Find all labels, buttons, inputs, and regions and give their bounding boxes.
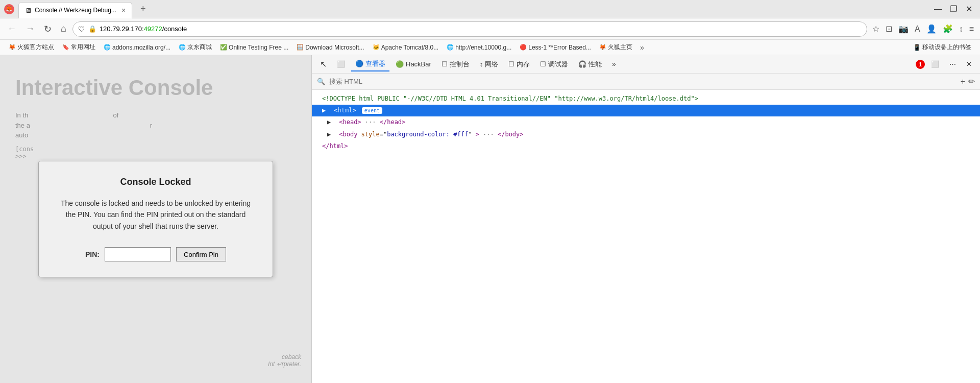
head-element-line[interactable]: ▶ <head> ··· </head> — [312, 116, 980, 128]
inspector-tab-icon: 🔵 — [355, 60, 363, 67]
tab-icon: 🖥 — [25, 7, 32, 14]
address-bar[interactable]: 🛡 🔒 120.79.29.170:49272/console — [72, 21, 867, 37]
bookmark-enet[interactable]: 🌐 http://enet.10000.g... — [443, 43, 515, 52]
bookmark-icon: 🌐 — [447, 44, 454, 51]
restore-button[interactable]: ❐ — [946, 2, 961, 16]
bookmark-mobile[interactable]: 📱 移动设备上的书签 — [910, 42, 975, 53]
devtools-memory-tab[interactable]: ☐ 内存 — [504, 58, 534, 71]
devtools-close-btn[interactable]: ✕ — [962, 58, 976, 70]
browser-logo-icon: 🦊 — [4, 4, 14, 14]
title-bar: 🦊 🖥 Console // Werkzeug Debug... × + — ❐… — [0, 0, 980, 18]
console-tab-icon: ☐ — [442, 60, 448, 68]
address-text: 120.79.29.170:49272/console — [100, 25, 862, 33]
bookmark-jd[interactable]: 🌐 京东商城 — [175, 42, 215, 53]
console-tab-label: 控制台 — [450, 60, 470, 69]
refresh-button[interactable]: ↻ — [41, 21, 55, 37]
devtools-more-tabs-btn[interactable]: » — [608, 58, 620, 70]
devtools-panel: ↖ ⬜ 🔵 查看器 🟢 HackBar ☐ 控制台 ↕ — [311, 55, 980, 383]
html-expand-arrow[interactable]: ▶ — [322, 106, 328, 115]
forward-button[interactable]: → — [22, 21, 38, 36]
html-event-badge: event — [362, 107, 382, 114]
html-element-line[interactable]: ▶ <html> event — [312, 105, 980, 116]
address-path: /console — [162, 25, 187, 33]
back-button[interactable]: ← — [4, 21, 19, 36]
bookmark-addons[interactable]: 🌐 addons.mozilla.org/... — [100, 43, 174, 52]
devtools-html-tree: <!DOCTYPE html PUBLIC "-//W3C//DTD HTML … — [312, 90, 980, 383]
tab-title: Console // Werkzeug Debug... — [35, 7, 116, 14]
screenshot-icon[interactable]: 📷 — [896, 22, 911, 36]
bookmark-label: Apache Tomcat/8.0... — [381, 44, 439, 51]
mobile-icon: 📱 — [913, 44, 921, 51]
devtools-debugger-tab[interactable]: ☐ 调试器 — [536, 58, 572, 71]
bookmarks-icon[interactable]: ☆ — [870, 22, 881, 36]
devtools-console-tab[interactable]: ☐ 控制台 — [437, 58, 474, 71]
bookmark-label: 移动设备上的书签 — [922, 43, 971, 52]
bookmark-icon: 🔖 — [62, 44, 69, 51]
modal-pin-row: PIN: Confirm Pin — [59, 247, 252, 261]
bookmark-tomcat[interactable]: 🐱 Apache Tomcat/8.0... — [369, 43, 443, 52]
html-close-line: </html> — [312, 140, 980, 152]
pin-input[interactable] — [105, 247, 171, 261]
sync-icon[interactable]: ↕ — [957, 22, 965, 36]
sidepanel-icon[interactable]: ⊡ — [884, 22, 894, 36]
debugger-tab-label: 调试器 — [548, 60, 568, 69]
devtools-network-tab[interactable]: ↕ 网络 — [476, 58, 503, 71]
bookmark-icon: 🐱 — [373, 44, 380, 51]
bookmark-microsoft[interactable]: 🪟 Download Microsoft... — [293, 43, 368, 52]
devtools-hackbar-tab[interactable]: 🟢 HackBar — [391, 58, 435, 70]
bookmark-foxofficial[interactable]: 🦊 火狐官方站点 — [5, 42, 58, 53]
bookmark-label: Online Testing Free ... — [229, 44, 288, 51]
bookmark-foxhome[interactable]: 🦊 火狐主页 — [596, 42, 636, 53]
new-tab-button[interactable]: + — [140, 4, 146, 14]
bookmark-icon: 🦊 — [599, 44, 606, 51]
responsive-icon: ⬜ — [337, 60, 345, 68]
body-element-line[interactable]: ▶ <body style="background-color: #fff" >… — [312, 129, 980, 140]
confirm-pin-button[interactable]: Confirm Pin — [176, 247, 226, 261]
navigation-bar: ← → ↻ ⌂ 🛡 🔒 120.79.29.170:49272/console … — [0, 18, 980, 40]
body-expand-arrow[interactable]: ▶ — [327, 130, 333, 139]
hackbar-icon: 🟢 — [396, 60, 404, 68]
memory-tab-label: 内存 — [517, 60, 530, 69]
bookmark-label: Less-1 **Error Based... — [528, 44, 591, 51]
tab-close-button[interactable]: × — [121, 6, 126, 14]
translate-icon[interactable]: A — [913, 22, 922, 36]
head-expand-arrow[interactable]: ▶ — [327, 117, 333, 127]
bookmark-label: addons.mozilla.org/... — [112, 44, 170, 51]
modal-overlay: Console Locked The console is locked and… — [0, 55, 311, 383]
close-button[interactable]: ✕ — [962, 2, 976, 16]
modal-title: Console Locked — [59, 177, 252, 187]
devtools-responsive-btn[interactable]: ⬜ — [333, 58, 349, 70]
minimize-button[interactable]: — — [931, 2, 945, 16]
title-bar-left: 🦊 🖥 Console // Werkzeug Debug... × + — [4, 0, 931, 18]
extensions-icon[interactable]: 🧩 — [941, 22, 955, 36]
network-tab-icon: ↕ — [480, 60, 483, 68]
inspector-tab-label: 查看器 — [365, 59, 385, 68]
devtools-more-btn[interactable]: ⋯ — [945, 58, 960, 70]
devtools-inspector-btn[interactable]: ↖ — [316, 57, 331, 71]
active-tab[interactable]: 🖥 Console // Werkzeug Debug... × — [18, 2, 132, 18]
dt-search-actions: + ✏ — [961, 77, 975, 86]
bookmark-icon: 🌐 — [104, 44, 111, 51]
html-tag-name: html — [337, 107, 352, 114]
bookmark-common[interactable]: 🔖 常用网址 — [59, 42, 99, 53]
menu-icon[interactable]: ≡ — [967, 22, 976, 36]
bookmark-icon: 🦊 — [9, 44, 16, 51]
devtools-performance-tab[interactable]: 🎧 性能 — [574, 58, 606, 71]
browser-window: 🦊 🖥 Console // Werkzeug Debug... × + — ❐… — [0, 0, 980, 383]
home-button[interactable]: ⌂ — [58, 21, 69, 36]
debugger-tab-icon: ☐ — [540, 60, 546, 68]
head-ellipsis: ··· — [365, 118, 380, 126]
edit-button[interactable]: ✏ — [968, 77, 975, 86]
bookmark-less1[interactable]: 🔴 Less-1 **Error Based... — [516, 43, 595, 52]
account-icon[interactable]: 👤 — [924, 22, 939, 36]
bookmark-label: http://enet.10000.g... — [455, 44, 511, 51]
add-rule-button[interactable]: + — [961, 77, 965, 86]
devtools-inspector-tab[interactable]: 🔵 查看器 — [351, 57, 389, 71]
bookmark-online-testing[interactable]: ✅ Online Testing Free ... — [216, 43, 292, 52]
search-icon: 🔍 — [317, 78, 325, 85]
html-search-input[interactable] — [329, 78, 957, 85]
html-tag-close: > — [352, 107, 356, 114]
devtools-resize-btn[interactable]: ⬜ — [927, 58, 943, 70]
console-locked-modal: Console Locked The console is locked and… — [38, 161, 273, 277]
bookmarks-more-button[interactable]: » — [637, 42, 647, 53]
